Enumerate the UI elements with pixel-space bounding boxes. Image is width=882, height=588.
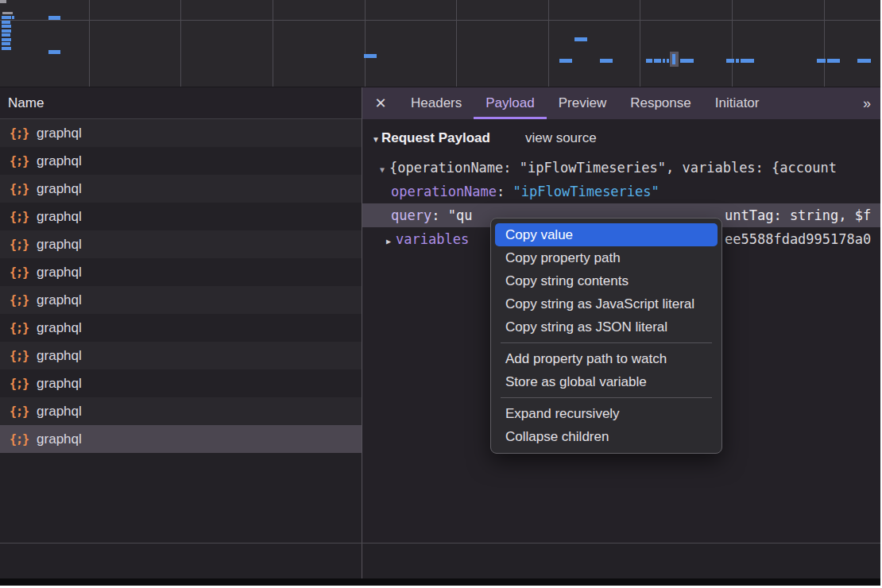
requests-list: {;}graphql {;}graphql {;}graphql {;}grap… — [0, 119, 362, 453]
property-value-right: untTag: string, $f — [725, 203, 871, 227]
menu-item-store-as-global-variable[interactable]: Store as global variable — [491, 370, 721, 393]
tab-initiator[interactable]: Initiator — [703, 87, 772, 119]
close-icon[interactable]: ✕ — [362, 87, 399, 119]
tab-preview[interactable]: Preview — [547, 87, 618, 119]
json-braces-icon: {;} — [10, 182, 29, 196]
expand-triangle-icon[interactable]: ▶ — [386, 237, 391, 246]
network-overview-timeline[interactable] — [0, 0, 880, 87]
request-name: graphql — [37, 404, 82, 420]
request-name: graphql — [37, 320, 82, 336]
json-braces-icon: {;} — [10, 293, 29, 308]
menu-separator — [501, 342, 712, 343]
request-row[interactable]: {;}graphql — [0, 369, 362, 397]
request-name: graphql — [37, 265, 82, 280]
json-braces-icon: {;} — [10, 154, 29, 168]
tree-row-operation-name[interactable]: operationName: "ipFlowTimeseries" — [362, 180, 880, 203]
property-key: variables — [396, 231, 469, 247]
request-row[interactable]: {;}graphql — [0, 175, 362, 203]
menu-item-collapse-children[interactable]: Collapse children — [491, 425, 721, 448]
request-name: graphql — [37, 431, 82, 447]
request-name: graphql — [37, 237, 82, 253]
menu-item-copy-string-json-literal[interactable]: Copy string as JSON literal — [491, 315, 721, 338]
request-row[interactable]: {;}graphql — [0, 286, 362, 314]
json-braces-icon: {;} — [10, 432, 29, 447]
request-row[interactable]: {;}graphql — [0, 203, 362, 230]
window-bottom-strip — [0, 578, 880, 586]
menu-separator — [501, 397, 712, 398]
request-name: graphql — [37, 181, 82, 197]
request-name: graphql — [37, 209, 82, 225]
request-row[interactable]: {;}graphql — [0, 314, 362, 342]
devtools-window: Name {;}graphql {;}graphql {;}graphql {;… — [0, 0, 880, 586]
tab-response[interactable]: Response — [618, 87, 703, 119]
name-column-header[interactable]: Name — [0, 87, 362, 119]
request-payload-section-header: ▼Request Payload view source — [362, 119, 880, 149]
tab-headers[interactable]: Headers — [399, 87, 474, 119]
summary-bar-area — [0, 543, 880, 578]
json-braces-icon: {;} — [10, 349, 29, 363]
json-braces-icon: {;} — [10, 404, 29, 419]
json-braces-icon: {;} — [10, 321, 29, 335]
section-title: Request Payload — [381, 130, 490, 146]
json-braces-icon: {;} — [10, 126, 29, 141]
request-name: graphql — [37, 126, 82, 141]
context-menu: Copy value Copy property path Copy strin… — [490, 218, 722, 454]
property-key: query — [391, 207, 431, 223]
collapse-triangle-icon[interactable]: ▼ — [372, 135, 380, 144]
request-name: graphql — [37, 348, 82, 364]
json-braces-icon: {;} — [10, 210, 29, 224]
requests-panel: Name {;}graphql {;}graphql {;}graphql {;… — [0, 87, 362, 543]
tab-payload[interactable]: Payload — [474, 87, 546, 119]
request-row[interactable]: {;}graphql — [0, 230, 362, 258]
detail-tab-bar: ✕ Headers Payload Preview Response Initi… — [362, 87, 880, 119]
json-braces-icon: {;} — [10, 238, 29, 252]
request-name: graphql — [37, 376, 82, 392]
collapse-triangle-icon[interactable]: ▼ — [380, 165, 385, 174]
request-row[interactable]: {;}graphql — [0, 397, 362, 425]
key-separator: : — [497, 184, 513, 199]
request-row[interactable]: {;}graphql — [0, 258, 362, 286]
tree-row-object-preview[interactable]: ▼{operationName: "ipFlowTimeseries", var… — [362, 156, 880, 180]
menu-item-copy-string-js-literal[interactable]: Copy string as JavaScript literal — [491, 292, 721, 315]
more-tabs-icon[interactable]: » — [852, 87, 880, 119]
property-value: "ipFlowTimeseries" — [513, 184, 660, 199]
menu-item-copy-string-contents[interactable]: Copy string contents — [491, 269, 721, 292]
request-row[interactable]: {;}graphql — [0, 119, 362, 147]
object-preview-text: {operationName: "ipFlowTimeseries", vari… — [389, 160, 837, 176]
menu-item-add-property-path-to-watch[interactable]: Add property path to watch — [491, 347, 721, 370]
property-key: operationName — [391, 184, 497, 199]
request-name: graphql — [37, 153, 82, 169]
menu-item-expand-recursively[interactable]: Expand recursively — [491, 402, 721, 425]
request-row-selected[interactable]: {;}graphql — [0, 425, 362, 453]
request-row[interactable]: {;}graphql — [0, 147, 362, 175]
property-value-left: "qu — [448, 207, 473, 223]
property-value-right: ee5588fdad995178a0 — [725, 227, 871, 251]
request-name: graphql — [37, 292, 82, 308]
menu-item-copy-property-path[interactable]: Copy property path — [491, 246, 721, 269]
json-braces-icon: {;} — [10, 377, 29, 391]
view-source-link[interactable]: view source — [525, 130, 597, 146]
network-main-split: Name {;}graphql {;}graphql {;}graphql {;… — [0, 87, 880, 543]
summary-bar-left — [0, 544, 362, 578]
json-braces-icon: {;} — [10, 265, 29, 280]
request-row[interactable]: {;}graphql — [0, 342, 362, 369]
menu-item-copy-value[interactable]: Copy value — [495, 223, 718, 246]
key-separator: : — [431, 207, 447, 223]
